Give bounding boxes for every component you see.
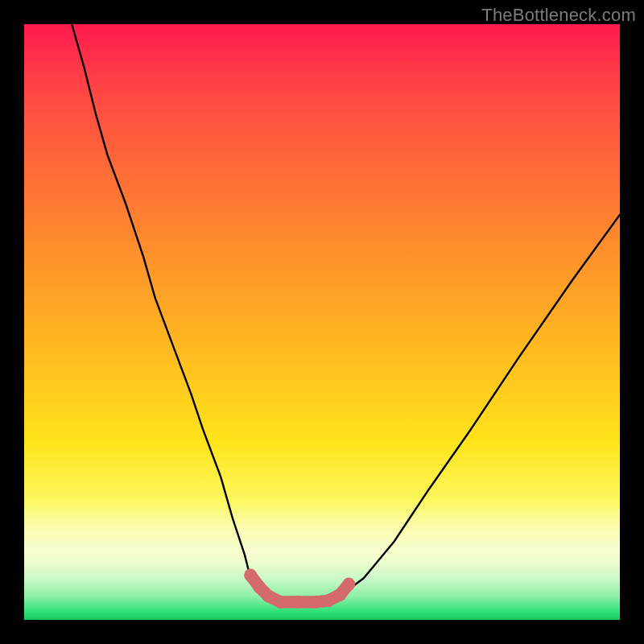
trough-dot [333, 588, 346, 601]
bottleneck-curve [72, 24, 620, 602]
curve-layer [24, 24, 620, 620]
plot-area [24, 24, 620, 620]
watermark-text: TheBottleneck.com [481, 5, 636, 26]
trough-dot [342, 578, 355, 591]
trough-dot [291, 596, 304, 609]
trough-dot [274, 596, 287, 609]
chart-frame: TheBottleneck.com [0, 0, 644, 644]
trough-dot [244, 569, 257, 582]
trough-dot [262, 589, 275, 602]
trough-dot [310, 596, 323, 609]
trough-dot [321, 594, 334, 607]
trough-markers-group [244, 569, 355, 609]
